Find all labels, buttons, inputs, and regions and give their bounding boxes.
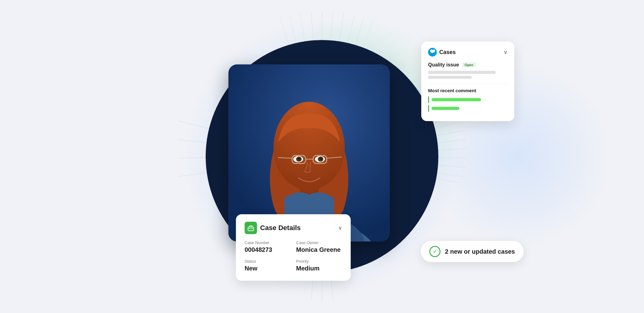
priority-field: Priority Medium	[296, 259, 342, 272]
notification-text: 2 new or updated cases	[445, 248, 515, 255]
comment-accent-1	[428, 96, 429, 103]
priority-value: Medium	[296, 265, 342, 272]
case-details-chevron-icon[interactable]: ∨	[338, 225, 342, 231]
comment-accent-2	[428, 105, 429, 112]
placeholder-bar-1	[428, 71, 496, 74]
case-owner-field: Case Owner Monica Greene	[296, 240, 342, 253]
status-field: Status New	[245, 259, 291, 272]
cases-header-left: Cases	[428, 48, 456, 57]
case-briefcase-icon	[245, 222, 257, 234]
notification-pill: ✓ 2 new or updated cases	[421, 241, 524, 262]
comment-bar-short	[432, 107, 459, 110]
open-status-badge: Open	[462, 62, 476, 67]
comment-bar-long	[432, 98, 481, 101]
case-details-header-left: Case Details	[245, 222, 301, 234]
panel-divider	[428, 83, 508, 84]
svg-point-37	[320, 157, 322, 160]
case-owner-value: Monica Greene	[296, 246, 342, 253]
case-details-card: Case Details ∨ Case Number 00048273 Case…	[236, 214, 351, 281]
status-label: Status	[245, 259, 291, 264]
check-circle-icon: ✓	[429, 246, 441, 257]
cases-panel-title: Cases	[439, 49, 456, 56]
quality-issue-label: Quality issue	[428, 62, 459, 68]
svg-point-36	[298, 157, 301, 160]
most-recent-comment-label: Most recent comment	[428, 88, 508, 93]
cases-panel: Cases ∨ Quality issue Open Most recent c…	[421, 42, 514, 121]
case-number-field: Case Number 00048273	[245, 240, 291, 253]
case-number-value: 00048273	[245, 246, 291, 253]
case-owner-label: Case Owner	[296, 240, 342, 245]
priority-label: Priority	[296, 259, 342, 264]
check-symbol: ✓	[433, 248, 437, 255]
cases-chevron-icon[interactable]: ∨	[503, 49, 508, 56]
cases-panel-header: Cases ∨	[428, 48, 508, 57]
case-number-label: Case Number	[245, 240, 291, 245]
comment-line-1	[428, 96, 508, 103]
salesforce-logo	[428, 48, 437, 57]
case-details-grid: Case Number 00048273 Case Owner Monica G…	[245, 240, 342, 272]
case-details-title: Case Details	[260, 224, 301, 232]
placeholder-bar-2	[428, 76, 472, 79]
case-details-header: Case Details ∨	[245, 222, 342, 234]
quality-issue-row: Quality issue Open	[428, 62, 508, 68]
status-value: New	[245, 265, 291, 272]
comment-line-2	[428, 105, 508, 112]
svg-rect-43	[248, 227, 254, 231]
